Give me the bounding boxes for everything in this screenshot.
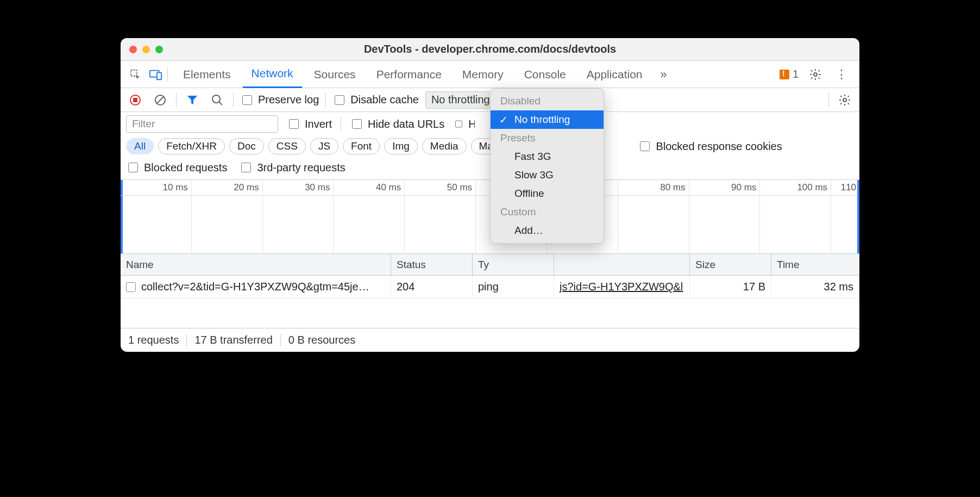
- blocked-cookies-checkbox[interactable]: Blocked response cookies: [638, 140, 782, 153]
- type-filter-fetch[interactable]: Fetch/XHR: [158, 138, 225, 154]
- disable-cache-label: Disable cache: [350, 94, 419, 106]
- svg-line-9: [219, 102, 222, 105]
- throttling-option-offline[interactable]: Offline: [491, 184, 604, 203]
- window-title: DevTools - developer.chrome.com/docs/dev…: [121, 43, 859, 55]
- col-name[interactable]: Name: [121, 254, 391, 275]
- global-tools: 1 ⋮: [780, 65, 854, 84]
- cell-status: 204: [397, 281, 414, 293]
- cell-initiator[interactable]: js?id=G-H1Y3PXZW9Q&l: [560, 281, 683, 293]
- type-filter-font[interactable]: Font: [343, 138, 380, 154]
- throttling-section-custom: Custom: [491, 203, 604, 221]
- hide-extension-urls-checkbox[interactable]: H: [453, 117, 475, 131]
- throttling-option-add[interactable]: Add…: [491, 221, 604, 240]
- network-settings-icon[interactable]: [835, 91, 854, 109]
- status-resources: 0 B resources: [288, 334, 355, 346]
- throttling-section-disabled: Disabled: [491, 92, 604, 110]
- tab-memory[interactable]: Memory: [454, 61, 512, 88]
- filter-bar: Filter Invert Hide data URLs H All Fetch…: [121, 112, 859, 180]
- cell-size: 17 B: [743, 281, 765, 293]
- network-status-bar: 1 requests 17 B transferred 0 B resource…: [121, 328, 859, 352]
- svg-line-7: [157, 97, 164, 103]
- type-filter-js[interactable]: JS: [310, 138, 338, 154]
- window-controls: [121, 46, 163, 53]
- cell-time: 32 ms: [824, 281, 853, 293]
- requests-table-body: collect?v=2&tid=G-H1Y3PXZW9Q&gtm=45je… 2…: [121, 276, 859, 328]
- type-filter-media[interactable]: Media: [422, 138, 467, 154]
- tab-performance[interactable]: Performance: [368, 61, 450, 88]
- panel-tabstrip: Elements Network Sources Performance Mem…: [121, 61, 859, 88]
- throttling-dropdown: Disabled No throttling Presets Fast 3G S…: [490, 88, 604, 244]
- devtools-window: DevTools - developer.chrome.com/docs/dev…: [121, 38, 859, 352]
- minimize-window-button[interactable]: [142, 46, 150, 53]
- tab-console[interactable]: Console: [516, 61, 575, 88]
- tab-elements[interactable]: Elements: [174, 61, 240, 88]
- third-party-checkbox[interactable]: 3rd-party requests: [239, 161, 345, 174]
- type-filter-css[interactable]: CSS: [268, 138, 306, 154]
- maximize-window-button[interactable]: [155, 46, 163, 53]
- issues-count: 1: [793, 68, 799, 80]
- settings-icon[interactable]: [806, 65, 825, 84]
- col-initiator[interactable]: [554, 254, 690, 275]
- col-time[interactable]: Time: [771, 254, 859, 275]
- throttling-selected-label: No throttling: [431, 94, 490, 106]
- disable-cache-checkbox[interactable]: Disable cache: [332, 94, 419, 107]
- svg-point-14: [843, 98, 846, 102]
- svg-rect-5: [133, 98, 137, 102]
- type-filter-doc[interactable]: Doc: [229, 138, 264, 154]
- type-filter-img[interactable]: Img: [384, 138, 418, 154]
- status-requests: 1 requests: [128, 334, 179, 346]
- svg-point-8: [212, 95, 220, 103]
- window-titlebar: DevTools - developer.chrome.com/docs/dev…: [121, 38, 859, 61]
- issues-badge[interactable]: 1: [780, 68, 799, 80]
- close-window-button[interactable]: [129, 46, 137, 53]
- hide-data-urls-checkbox[interactable]: Hide data URLs: [350, 117, 444, 131]
- status-transferred: 17 B transferred: [194, 334, 272, 346]
- col-status[interactable]: Status: [391, 254, 473, 275]
- throttling-option-fast3g[interactable]: Fast 3G: [491, 147, 604, 166]
- col-type[interactable]: Ty: [473, 254, 554, 275]
- filter-toggle-icon[interactable]: [183, 91, 202, 109]
- kebab-menu-icon[interactable]: ⋮: [832, 65, 851, 84]
- svg-point-3: [814, 73, 817, 76]
- throttling-section-presets: Presets: [491, 129, 604, 147]
- invert-checkbox[interactable]: Invert: [287, 117, 332, 131]
- col-size[interactable]: Size: [690, 254, 771, 275]
- panel-tabs: Elements Network Sources Performance Mem…: [174, 61, 777, 88]
- tab-network[interactable]: Network: [243, 61, 302, 88]
- table-row[interactable]: collect?v=2&tid=G-H1Y3PXZW9Q&gtm=45je… 2…: [121, 276, 859, 299]
- tab-application[interactable]: Application: [578, 61, 651, 88]
- tab-sources[interactable]: Sources: [305, 61, 365, 88]
- requests-table-header: Name Status Ty Size Time: [121, 254, 859, 276]
- preserve-log-checkbox[interactable]: Preserve log: [240, 94, 319, 107]
- record-button[interactable]: [126, 91, 145, 109]
- issues-icon: [780, 70, 789, 79]
- type-filter-all[interactable]: All: [126, 138, 154, 154]
- clear-button[interactable]: [151, 91, 169, 109]
- filter-input[interactable]: Filter: [126, 115, 278, 133]
- row-checkbox[interactable]: [126, 282, 136, 292]
- more-tabs-icon[interactable]: »: [654, 65, 673, 84]
- inspect-element-icon[interactable]: [126, 65, 145, 84]
- filter-placeholder: Filter: [132, 118, 155, 130]
- svg-rect-2: [157, 72, 161, 79]
- preserve-log-label: Preserve log: [258, 94, 319, 106]
- device-mode-icon[interactable]: [147, 65, 165, 84]
- cell-name: collect?v=2&tid=G-H1Y3PXZW9Q&gtm=45je…: [141, 281, 369, 293]
- cell-type: ping: [478, 281, 499, 293]
- throttling-option-slow3g[interactable]: Slow 3G: [491, 166, 604, 184]
- search-icon[interactable]: [208, 91, 227, 109]
- throttling-option-none[interactable]: No throttling: [491, 110, 604, 129]
- blocked-requests-checkbox[interactable]: Blocked requests: [126, 161, 227, 174]
